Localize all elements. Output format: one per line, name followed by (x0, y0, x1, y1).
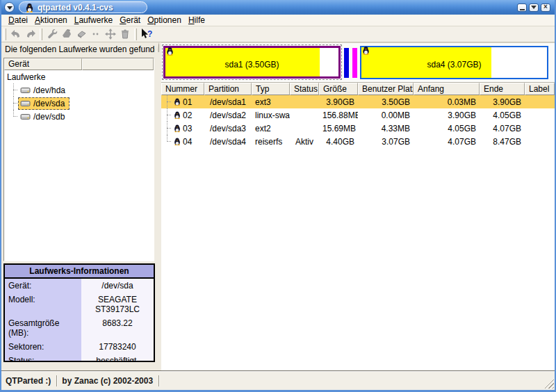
dots-icon (90, 28, 102, 40)
cell-typ: ext2 (252, 124, 290, 133)
cell-ende: 4.05GB (480, 111, 525, 120)
trash-icon (119, 28, 131, 40)
statusbar-credit-text: by Zanac (c) 2002-2003 (58, 375, 158, 386)
cell-nummer: 04 (183, 137, 192, 147)
redo-button[interactable] (23, 27, 38, 42)
device-panel: Die folgenden Laufwerke wurden gefunden:… (3, 42, 155, 370)
device-column-header[interactable]: Gerät (4, 58, 82, 70)
move-button[interactable] (103, 27, 117, 42)
cell-ende: 3.90GB (480, 97, 525, 107)
window-buttons: × (517, 3, 550, 12)
tree-root[interactable]: Laufwerke (4, 70, 154, 83)
cell-anfang: 4.05GB (414, 124, 480, 133)
table-row-sda4[interactable]: 04 /dev/sda4 reiserfs Aktiv 4.40GB 3.07G… (161, 135, 555, 148)
column-header-ende[interactable]: Ende (480, 83, 525, 95)
menu-geraet[interactable]: Gerät (116, 15, 144, 26)
table-row-sda2[interactable]: 02 /dev/sda2 linux-swap 156.88MB 0.00MB … (161, 108, 555, 122)
move-icon (104, 28, 117, 40)
tree-item-label: /dev/sdb (33, 112, 65, 122)
eraser-icon (75, 28, 88, 40)
close-icon: × (543, 3, 548, 10)
column-header-label[interactable]: Label (525, 83, 555, 95)
column-header-benutzer-platz[interactable]: Benutzer Platz (358, 83, 414, 95)
tux-icon (174, 124, 181, 133)
cell-typ: linux-swap (252, 111, 290, 120)
empty-column-header[interactable] (82, 58, 154, 70)
statusbar: QTParted :) by Zanac (c) 2002-2003 (1, 372, 555, 390)
window-menu-button[interactable] (4, 2, 15, 13)
whats-this-button[interactable]: ? (139, 27, 154, 42)
resize-grip[interactable] (544, 379, 554, 389)
qtparted-window: qtparted v0.4.1-cvs × Datei Aktionen Lau… (0, 0, 556, 392)
column-header-groesse[interactable]: Größe (319, 83, 358, 95)
wrench-icon (46, 28, 58, 40)
tree-branch (163, 122, 172, 135)
undo-icon (10, 28, 22, 40)
menu-datei[interactable]: Datei (5, 15, 31, 26)
column-header-anfang[interactable]: Anfang (414, 83, 480, 95)
device-tree-header: Gerät (4, 58, 154, 70)
tree-item-label: /dev/hda (33, 85, 65, 95)
svg-text:?: ? (147, 29, 152, 39)
resize-button[interactable] (88, 27, 103, 42)
cell-nummer: 01 (183, 97, 192, 107)
toolbar-handle[interactable] (3, 28, 6, 40)
app-icon (25, 3, 34, 13)
cell-typ: ext3 (252, 97, 290, 107)
cell-benutzer-platz: 3.50GB (358, 97, 414, 107)
partition-bar-sda4[interactable]: sda4 (3.07GB) (360, 46, 548, 79)
tree-item-dev-sdb[interactable]: /dev/sdb (4, 110, 154, 123)
tree-branch (163, 95, 172, 108)
partition-bar-label: sda1 (3.50GB) (165, 60, 338, 70)
undo-button[interactable] (8, 27, 23, 42)
partition-bar-sda2[interactable] (344, 48, 349, 78)
tree-item-label: /dev/sda (33, 99, 65, 108)
table-row-sda1[interactable]: 01 /dev/sda1 ext3 3.90GB 3.50GB 0.03MB 3… (161, 95, 555, 108)
info-value: /dev/sda (81, 279, 154, 293)
column-header-partition[interactable]: Partition (204, 83, 252, 95)
device-tree: Gerät Laufwerke /dev/hda (3, 58, 154, 261)
tree-item-dev-hda[interactable]: /dev/hda (4, 83, 154, 97)
close-button[interactable]: × (541, 3, 550, 12)
column-header-nummer[interactable]: Nummer (161, 83, 204, 95)
shade-button[interactable] (529, 3, 539, 12)
cell-partition: /dev/sda3 (204, 124, 252, 133)
cell-benutzer-platz: 0.00MB (358, 111, 414, 120)
column-header-status[interactable]: Status (290, 83, 319, 95)
delete-format-button[interactable] (74, 27, 88, 42)
menu-hilfe[interactable]: Hilfe (185, 15, 208, 26)
cell-benutzer-platz: 4.33MB (358, 124, 414, 133)
hard-disk-icon (20, 112, 31, 121)
table-row-sda3[interactable]: 03 /dev/sda3 ext2 15.69MB 4.33MB 4.05GB … (161, 122, 555, 135)
cell-nummer: 03 (183, 124, 192, 133)
cell-groesse: 3.90GB (319, 97, 358, 107)
partition-bar-sda3[interactable] (352, 48, 357, 78)
panel-splitter[interactable] (155, 42, 161, 370)
tux-icon (174, 137, 181, 146)
tree-branch (10, 83, 18, 97)
cell-nummer: 02 (183, 111, 192, 120)
splitter-grip-icon (156, 42, 159, 52)
create-button[interactable] (59, 27, 74, 42)
disk-graphic-view: sda1 (3.50GB) sda4 (3.07GB) (161, 43, 555, 83)
trash-button[interactable] (117, 27, 132, 42)
minimize-button[interactable] (517, 3, 527, 12)
tux-icon (166, 47, 174, 58)
tux-icon (174, 97, 181, 106)
toolbar-separator (40, 28, 42, 40)
tux-icon (174, 111, 181, 120)
property-button[interactable] (44, 27, 59, 42)
menu-optionen[interactable]: Optionen (144, 15, 185, 26)
tux-icon (362, 46, 370, 57)
tree-item-dev-sda[interactable]: /dev/sda (4, 97, 154, 110)
statusbar-app-text: QTParted :) (1, 375, 56, 386)
menu-aktionen[interactable]: Aktionen (31, 15, 71, 26)
column-header-typ[interactable]: Typ (252, 83, 290, 95)
cell-partition: /dev/sda1 (204, 97, 252, 107)
menu-laufwerke[interactable]: Laufwerke (71, 15, 116, 26)
partition-bar-sda1[interactable]: sda1 (3.50GB) (162, 44, 342, 80)
partition-table: Nummer Partition Typ Status Größe Benutz… (161, 83, 555, 148)
hard-disk-icon (20, 99, 31, 108)
cell-status: Aktiv (290, 137, 319, 147)
found-devices-label: Die folgenden Laufwerke wurden gefunden: (3, 42, 155, 54)
